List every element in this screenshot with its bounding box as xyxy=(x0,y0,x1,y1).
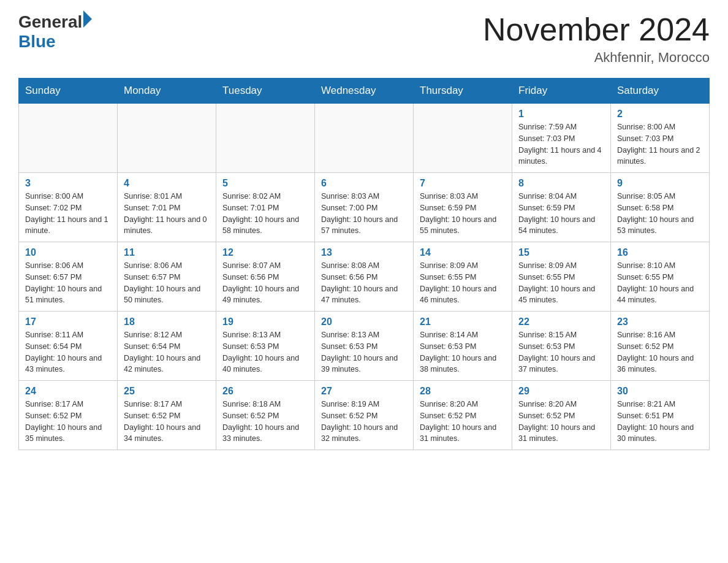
calendar-cell: 21Sunrise: 8:14 AMSunset: 6:53 PMDayligh… xyxy=(414,312,512,381)
calendar-cell xyxy=(414,104,512,173)
calendar-cell xyxy=(19,104,118,173)
calendar-cell: 8Sunrise: 8:04 AMSunset: 6:59 PMDaylight… xyxy=(512,173,611,242)
day-info: Sunrise: 8:05 AMSunset: 6:58 PMDaylight:… xyxy=(617,191,703,237)
calendar-cell: 3Sunrise: 8:00 AMSunset: 7:02 PMDaylight… xyxy=(19,173,118,242)
day-number: 21 xyxy=(420,316,506,327)
calendar-table: SundayMondayTuesdayWednesdayThursdayFrid… xyxy=(18,78,710,450)
logo: General Blue xyxy=(18,12,92,52)
day-number: 5 xyxy=(222,178,308,189)
day-info: Sunrise: 8:03 AMSunset: 6:59 PMDaylight:… xyxy=(420,191,506,237)
day-info: Sunrise: 8:01 AMSunset: 7:01 PMDaylight:… xyxy=(124,191,210,237)
day-number: 20 xyxy=(321,316,407,327)
location-title: Akhfennir, Morocco xyxy=(483,50,710,66)
day-info: Sunrise: 8:18 AMSunset: 6:52 PMDaylight:… xyxy=(222,399,308,445)
day-number: 12 xyxy=(222,247,308,258)
day-info: Sunrise: 8:14 AMSunset: 6:53 PMDaylight:… xyxy=(420,329,506,375)
calendar-cell xyxy=(315,104,414,173)
day-info: Sunrise: 8:06 AMSunset: 6:57 PMDaylight:… xyxy=(25,260,111,306)
day-number: 18 xyxy=(124,316,210,327)
day-number: 10 xyxy=(25,247,111,258)
day-number: 27 xyxy=(321,386,407,397)
calendar-cell: 9Sunrise: 8:05 AMSunset: 6:58 PMDaylight… xyxy=(611,173,710,242)
day-info: Sunrise: 8:13 AMSunset: 6:53 PMDaylight:… xyxy=(222,329,308,375)
day-number: 8 xyxy=(518,178,604,189)
day-info: Sunrise: 8:21 AMSunset: 6:51 PMDaylight:… xyxy=(617,399,703,445)
calendar-cell xyxy=(118,104,216,173)
weekday-header-wednesday: Wednesday xyxy=(315,79,414,104)
day-info: Sunrise: 7:59 AMSunset: 7:03 PMDaylight:… xyxy=(518,121,604,167)
day-number: 6 xyxy=(321,178,407,189)
week-row-4: 17Sunrise: 8:11 AMSunset: 6:54 PMDayligh… xyxy=(19,312,710,381)
logo-triangle-icon xyxy=(83,10,92,28)
calendar-cell: 28Sunrise: 8:20 AMSunset: 6:52 PMDayligh… xyxy=(414,381,512,450)
calendar-cell xyxy=(216,104,315,173)
day-number: 17 xyxy=(25,316,111,327)
page-header: General Blue November 2024 Akhfennir, Mo… xyxy=(18,12,710,66)
calendar-cell: 22Sunrise: 8:15 AMSunset: 6:53 PMDayligh… xyxy=(512,312,611,381)
day-number: 30 xyxy=(617,386,703,397)
calendar-cell: 13Sunrise: 8:08 AMSunset: 6:56 PMDayligh… xyxy=(315,242,414,312)
weekday-header-row: SundayMondayTuesdayWednesdayThursdayFrid… xyxy=(19,79,710,104)
day-info: Sunrise: 8:00 AMSunset: 7:03 PMDaylight:… xyxy=(617,121,703,167)
calendar-cell: 29Sunrise: 8:20 AMSunset: 6:52 PMDayligh… xyxy=(512,381,611,450)
day-info: Sunrise: 8:16 AMSunset: 6:52 PMDaylight:… xyxy=(617,329,703,375)
calendar-cell: 30Sunrise: 8:21 AMSunset: 6:51 PMDayligh… xyxy=(611,381,710,450)
day-info: Sunrise: 8:13 AMSunset: 6:53 PMDaylight:… xyxy=(321,329,407,375)
day-number: 13 xyxy=(321,247,407,258)
calendar-cell: 25Sunrise: 8:17 AMSunset: 6:52 PMDayligh… xyxy=(118,381,216,450)
calendar-cell: 1Sunrise: 7:59 AMSunset: 7:03 PMDaylight… xyxy=(512,104,611,173)
weekday-header-sunday: Sunday xyxy=(19,79,118,104)
day-number: 2 xyxy=(617,109,703,120)
calendar-cell: 19Sunrise: 8:13 AMSunset: 6:53 PMDayligh… xyxy=(216,312,315,381)
logo-general-text: General xyxy=(18,12,82,32)
calendar-cell: 26Sunrise: 8:18 AMSunset: 6:52 PMDayligh… xyxy=(216,381,315,450)
week-row-5: 24Sunrise: 8:17 AMSunset: 6:52 PMDayligh… xyxy=(19,381,710,450)
day-number: 22 xyxy=(518,316,604,327)
day-info: Sunrise: 8:19 AMSunset: 6:52 PMDaylight:… xyxy=(321,399,407,445)
day-info: Sunrise: 8:02 AMSunset: 7:01 PMDaylight:… xyxy=(222,191,308,237)
weekday-header-thursday: Thursday xyxy=(414,79,512,104)
weekday-header-saturday: Saturday xyxy=(611,79,710,104)
calendar-cell: 20Sunrise: 8:13 AMSunset: 6:53 PMDayligh… xyxy=(315,312,414,381)
day-number: 4 xyxy=(124,178,210,189)
day-info: Sunrise: 8:03 AMSunset: 7:00 PMDaylight:… xyxy=(321,191,407,237)
calendar-cell: 18Sunrise: 8:12 AMSunset: 6:54 PMDayligh… xyxy=(118,312,216,381)
calendar-cell: 27Sunrise: 8:19 AMSunset: 6:52 PMDayligh… xyxy=(315,381,414,450)
calendar-cell: 16Sunrise: 8:10 AMSunset: 6:55 PMDayligh… xyxy=(611,242,710,312)
calendar-cell: 2Sunrise: 8:00 AMSunset: 7:03 PMDaylight… xyxy=(611,104,710,173)
day-info: Sunrise: 8:04 AMSunset: 6:59 PMDaylight:… xyxy=(518,191,604,237)
day-info: Sunrise: 8:07 AMSunset: 6:56 PMDaylight:… xyxy=(222,260,308,306)
logo-blue-text: Blue xyxy=(18,32,92,52)
day-number: 9 xyxy=(617,178,703,189)
weekday-header-friday: Friday xyxy=(512,79,611,104)
day-number: 1 xyxy=(518,109,604,120)
day-info: Sunrise: 8:00 AMSunset: 7:02 PMDaylight:… xyxy=(25,191,111,237)
day-number: 19 xyxy=(222,316,308,327)
day-number: 23 xyxy=(617,316,703,327)
day-info: Sunrise: 8:12 AMSunset: 6:54 PMDaylight:… xyxy=(124,329,210,375)
calendar-cell: 5Sunrise: 8:02 AMSunset: 7:01 PMDaylight… xyxy=(216,173,315,242)
day-info: Sunrise: 8:09 AMSunset: 6:55 PMDaylight:… xyxy=(518,260,604,306)
day-number: 7 xyxy=(420,178,506,189)
day-number: 3 xyxy=(25,178,111,189)
week-row-3: 10Sunrise: 8:06 AMSunset: 6:57 PMDayligh… xyxy=(19,242,710,312)
day-info: Sunrise: 8:20 AMSunset: 6:52 PMDaylight:… xyxy=(420,399,506,445)
day-number: 14 xyxy=(420,247,506,258)
day-info: Sunrise: 8:17 AMSunset: 6:52 PMDaylight:… xyxy=(25,399,111,445)
day-info: Sunrise: 8:06 AMSunset: 6:57 PMDaylight:… xyxy=(124,260,210,306)
day-number: 29 xyxy=(518,386,604,397)
day-info: Sunrise: 8:15 AMSunset: 6:53 PMDaylight:… xyxy=(518,329,604,375)
weekday-header-tuesday: Tuesday xyxy=(216,79,315,104)
calendar-cell: 6Sunrise: 8:03 AMSunset: 7:00 PMDaylight… xyxy=(315,173,414,242)
day-number: 11 xyxy=(124,247,210,258)
calendar-cell: 12Sunrise: 8:07 AMSunset: 6:56 PMDayligh… xyxy=(216,242,315,312)
day-number: 28 xyxy=(420,386,506,397)
day-info: Sunrise: 8:17 AMSunset: 6:52 PMDaylight:… xyxy=(124,399,210,445)
calendar-cell: 11Sunrise: 8:06 AMSunset: 6:57 PMDayligh… xyxy=(118,242,216,312)
calendar-cell: 24Sunrise: 8:17 AMSunset: 6:52 PMDayligh… xyxy=(19,381,118,450)
week-row-1: 1Sunrise: 7:59 AMSunset: 7:03 PMDaylight… xyxy=(19,104,710,173)
calendar-cell: 14Sunrise: 8:09 AMSunset: 6:55 PMDayligh… xyxy=(414,242,512,312)
title-area: November 2024 Akhfennir, Morocco xyxy=(483,12,710,66)
week-row-2: 3Sunrise: 8:00 AMSunset: 7:02 PMDaylight… xyxy=(19,173,710,242)
calendar-cell: 7Sunrise: 8:03 AMSunset: 6:59 PMDaylight… xyxy=(414,173,512,242)
